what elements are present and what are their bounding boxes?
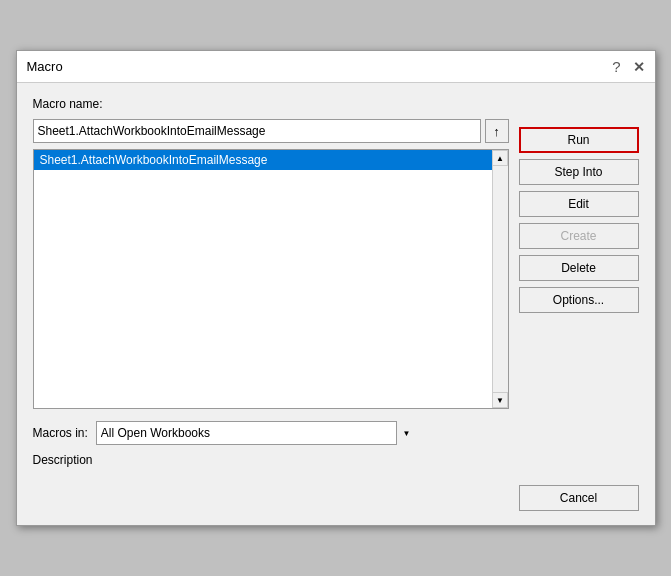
right-panel: Run Step Into Edit Create Delete Options… <box>519 97 639 409</box>
dialog-body: Macro name: ↑ Sheet1.AttachWorkbookIntoE… <box>17 83 655 525</box>
delete-button[interactable]: Delete <box>519 255 639 281</box>
footer-row: Cancel <box>33 485 639 511</box>
edit-button[interactable]: Edit <box>519 191 639 217</box>
macros-in-label: Macros in: <box>33 426 88 440</box>
macro-name-row: ↑ <box>33 119 509 143</box>
bottom-section: Macros in: All Open Workbooks This Workb… <box>33 421 639 467</box>
cancel-button[interactable]: Cancel <box>519 485 639 511</box>
upload-button[interactable]: ↑ <box>485 119 509 143</box>
create-button[interactable]: Create <box>519 223 639 249</box>
scroll-down-button[interactable]: ▼ <box>492 392 508 408</box>
macro-name-input[interactable] <box>33 119 481 143</box>
main-content: Macro name: ↑ Sheet1.AttachWorkbookIntoE… <box>33 97 639 409</box>
options-button[interactable]: Options... <box>519 287 639 313</box>
dialog-title: Macro <box>27 59 63 74</box>
description-label: Description <box>33 453 639 467</box>
list-item[interactable]: Sheet1.AttachWorkbookIntoEmailMessage <box>34 150 492 170</box>
macro-list-container: Sheet1.AttachWorkbookIntoEmailMessage ▲ … <box>33 149 509 409</box>
macros-in-row: Macros in: All Open Workbooks This Workb… <box>33 421 639 445</box>
help-icon[interactable]: ? <box>612 58 620 75</box>
macro-dialog: Macro ? ✕ Macro name: ↑ Sheet1.AttachWor… <box>16 50 656 526</box>
macros-in-select[interactable]: All Open Workbooks This Workbook <box>96 421 416 445</box>
macro-list: Sheet1.AttachWorkbookIntoEmailMessage <box>34 150 508 408</box>
macro-name-label: Macro name: <box>33 97 509 111</box>
title-bar: Macro ? ✕ <box>17 51 655 83</box>
scrollbar: ▲ ▼ <box>492 150 508 408</box>
close-icon[interactable]: ✕ <box>633 59 645 75</box>
left-panel: Macro name: ↑ Sheet1.AttachWorkbookIntoE… <box>33 97 509 409</box>
step-into-button[interactable]: Step Into <box>519 159 639 185</box>
title-bar-controls: ? ✕ <box>612 58 644 75</box>
run-button[interactable]: Run <box>519 127 639 153</box>
macros-in-select-wrapper: All Open Workbooks This Workbook ▼ <box>96 421 416 445</box>
scroll-up-button[interactable]: ▲ <box>492 150 508 166</box>
